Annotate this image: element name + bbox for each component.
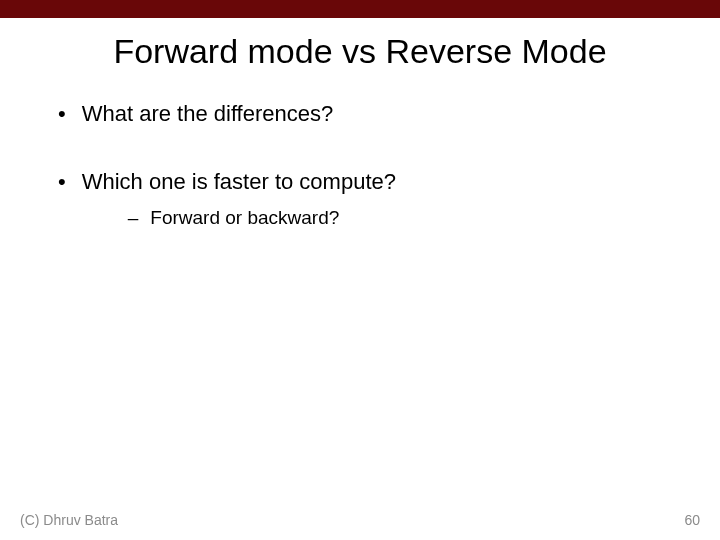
bullet-item: • What are the differences? xyxy=(58,101,720,127)
sub-bullet-text: Forward or backward? xyxy=(150,207,339,229)
bullet-marker: • xyxy=(58,169,66,195)
top-accent-bar xyxy=(0,0,720,18)
bullet-item: • Which one is faster to compute? – Forw… xyxy=(58,169,720,229)
bullet-text: What are the differences? xyxy=(82,101,334,127)
slide-body: • What are the differences? • Which one … xyxy=(0,101,720,229)
bullet-marker: • xyxy=(58,101,66,127)
sub-bullet-item: – Forward or backward? xyxy=(128,207,396,229)
bullet-text: Which one is faster to compute? xyxy=(82,169,396,194)
bullet-content: Which one is faster to compute? – Forwar… xyxy=(82,169,396,229)
slide-title: Forward mode vs Reverse Mode xyxy=(0,32,720,71)
sub-bullet-marker: – xyxy=(128,207,139,229)
slide-number: 60 xyxy=(684,512,700,528)
footer-copyright: (C) Dhruv Batra xyxy=(20,512,118,528)
